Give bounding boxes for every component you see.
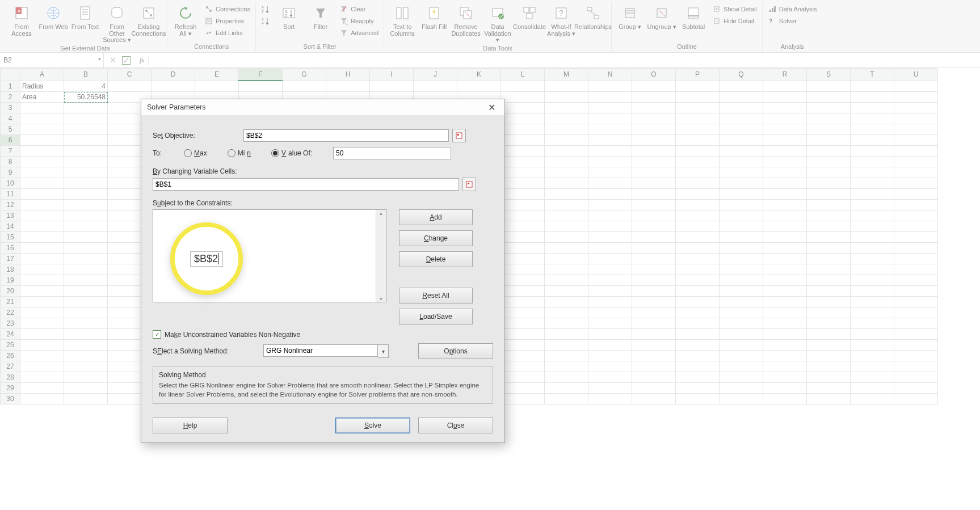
cell[interactable] bbox=[894, 286, 938, 297]
cell[interactable] bbox=[720, 254, 763, 264]
cell[interactable] bbox=[894, 210, 938, 221]
show-detail-button[interactable]: Show Detail bbox=[710, 3, 759, 15]
cell[interactable] bbox=[676, 372, 720, 383]
name-box[interactable]: B2▾ bbox=[0, 53, 104, 68]
relationships-button[interactable]: Relationships bbox=[578, 2, 608, 31]
cell[interactable] bbox=[807, 275, 851, 286]
cell[interactable] bbox=[20, 232, 64, 243]
cell[interactable] bbox=[545, 92, 588, 103]
cell[interactable] bbox=[894, 167, 938, 178]
row-header[interactable]: 16 bbox=[1, 243, 20, 254]
cell[interactable] bbox=[676, 146, 720, 157]
row-header[interactable]: 9 bbox=[1, 167, 20, 178]
cell[interactable] bbox=[326, 81, 370, 92]
row-header[interactable]: 26 bbox=[1, 351, 20, 361]
cell[interactable] bbox=[20, 210, 64, 221]
cell[interactable] bbox=[851, 372, 894, 383]
cell[interactable] bbox=[676, 157, 720, 167]
cell[interactable] bbox=[720, 383, 763, 394]
cell[interactable] bbox=[501, 113, 545, 124]
constraints-listbox[interactable] bbox=[153, 209, 386, 302]
cell[interactable] bbox=[720, 210, 763, 221]
cell[interactable] bbox=[545, 200, 588, 210]
cell[interactable] bbox=[851, 254, 894, 264]
value-of-input[interactable] bbox=[333, 147, 451, 159]
cell[interactable] bbox=[501, 318, 545, 329]
cell[interactable] bbox=[632, 113, 676, 124]
unconstrained-checkbox[interactable] bbox=[153, 330, 161, 339]
col-header[interactable]: Q bbox=[720, 69, 763, 81]
cell[interactable] bbox=[545, 210, 588, 221]
reset-all-button[interactable]: Reset All bbox=[399, 288, 473, 304]
cell[interactable] bbox=[501, 243, 545, 254]
cell[interactable] bbox=[851, 243, 894, 254]
cell[interactable] bbox=[807, 340, 851, 351]
cell[interactable] bbox=[851, 157, 894, 167]
cell[interactable] bbox=[763, 200, 807, 210]
cell[interactable] bbox=[807, 286, 851, 297]
cell[interactable] bbox=[20, 394, 64, 404]
cell[interactable] bbox=[588, 394, 632, 404]
cell[interactable] bbox=[20, 167, 64, 178]
cell[interactable] bbox=[20, 254, 64, 264]
cell[interactable] bbox=[588, 254, 632, 264]
cell[interactable] bbox=[20, 286, 64, 297]
cell[interactable] bbox=[588, 81, 632, 92]
cell[interactable] bbox=[807, 264, 851, 275]
cell[interactable] bbox=[763, 221, 807, 232]
what-if-analysis-button[interactable]: ?What-If Analysis ▾ bbox=[546, 2, 576, 37]
cell[interactable] bbox=[64, 329, 108, 340]
row-header[interactable]: 24 bbox=[1, 329, 20, 340]
cell[interactable] bbox=[763, 286, 807, 297]
cell[interactable] bbox=[20, 340, 64, 351]
cell[interactable] bbox=[763, 264, 807, 275]
clear-filter-button[interactable]: Clear bbox=[338, 3, 380, 15]
cell[interactable] bbox=[545, 135, 588, 146]
cell[interactable] bbox=[851, 297, 894, 307]
cell[interactable] bbox=[894, 307, 938, 318]
cell[interactable] bbox=[676, 210, 720, 221]
cell[interactable] bbox=[545, 340, 588, 351]
cell[interactable] bbox=[763, 351, 807, 361]
cell[interactable] bbox=[676, 189, 720, 200]
cell[interactable] bbox=[807, 383, 851, 394]
cell[interactable] bbox=[545, 329, 588, 340]
col-header[interactable]: I bbox=[370, 69, 414, 81]
row-header[interactable]: 6 bbox=[1, 135, 20, 146]
cell[interactable] bbox=[807, 135, 851, 146]
row-header[interactable]: 25 bbox=[1, 340, 20, 351]
cell[interactable] bbox=[763, 232, 807, 243]
col-header[interactable]: C bbox=[108, 69, 152, 81]
cell[interactable] bbox=[501, 286, 545, 297]
hide-detail-button[interactable]: Hide Detail bbox=[710, 15, 759, 27]
sort-za-button[interactable]: ZA bbox=[259, 15, 272, 27]
cell[interactable] bbox=[676, 243, 720, 254]
cell[interactable] bbox=[545, 232, 588, 243]
col-header[interactable]: S bbox=[807, 69, 851, 81]
from-web-button[interactable]: From Web bbox=[39, 2, 68, 31]
cell[interactable] bbox=[239, 81, 283, 92]
cell[interactable] bbox=[720, 307, 763, 318]
cell[interactable] bbox=[152, 81, 195, 92]
cell[interactable] bbox=[720, 135, 763, 146]
cell[interactable] bbox=[894, 383, 938, 394]
cell[interactable] bbox=[545, 307, 588, 318]
cell[interactable] bbox=[501, 146, 545, 157]
cell[interactable] bbox=[64, 394, 108, 404]
cell[interactable] bbox=[763, 361, 807, 372]
cell[interactable] bbox=[545, 81, 588, 92]
cell[interactable] bbox=[763, 178, 807, 189]
cell[interactable] bbox=[20, 351, 64, 361]
cell[interactable] bbox=[763, 146, 807, 157]
cell[interactable] bbox=[64, 232, 108, 243]
cell[interactable] bbox=[501, 167, 545, 178]
cell[interactable] bbox=[588, 157, 632, 167]
cell[interactable] bbox=[20, 157, 64, 167]
cell[interactable] bbox=[851, 124, 894, 135]
cell[interactable] bbox=[851, 361, 894, 372]
cell[interactable] bbox=[632, 124, 676, 135]
cell[interactable] bbox=[545, 221, 588, 232]
connections-button[interactable]: Connections bbox=[203, 3, 252, 15]
cell[interactable] bbox=[64, 264, 108, 275]
cell[interactable] bbox=[588, 383, 632, 394]
